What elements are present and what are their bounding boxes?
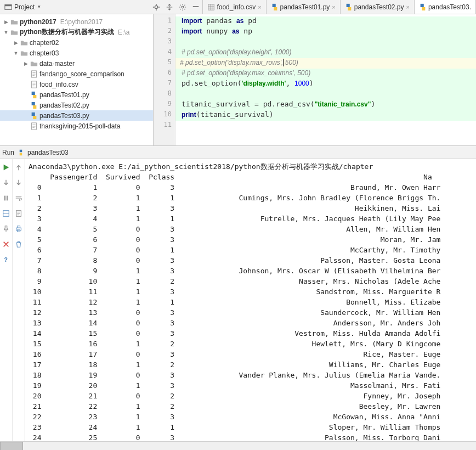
down-button-2[interactable] <box>14 178 24 188</box>
code-line[interactable]: # pd.set_option('display.max_columns', 5… <box>175 69 476 79</box>
python-icon <box>18 149 24 156</box>
locate-icon[interactable] <box>150 1 163 14</box>
chevron-down-icon: ▼ <box>37 4 41 9</box>
expand-icon[interactable] <box>23 92 29 98</box>
code-line[interactable] <box>175 121 476 131</box>
tree-node[interactable]: pandasTest01.py <box>0 89 153 100</box>
hide-panel-icon[interactable] <box>189 1 202 14</box>
layout-button[interactable] <box>1 209 11 218</box>
node-label: data-master <box>39 60 75 68</box>
py-icon <box>271 3 278 10</box>
output-area: ? Anaconda3\python.exe E:/ai_python_scie… <box>0 159 476 450</box>
code-line[interactable] <box>175 89 476 100</box>
csv-icon <box>207 3 214 10</box>
expand-icon[interactable]: ▶ <box>23 61 29 66</box>
node-label: pandasTest02.py <box>39 102 89 109</box>
code-line[interactable]: import pandas as pd <box>175 16 476 27</box>
tree-node[interactable]: thanksgiving-2015-poll-data <box>0 121 153 131</box>
py-icon <box>419 3 426 10</box>
node-label: python2017 <box>20 18 56 26</box>
up-button[interactable] <box>14 162 24 172</box>
code-line[interactable]: titanic_survival = pd.read_csv("titanic_… <box>175 100 476 110</box>
project-icon <box>4 3 12 11</box>
tree-node[interactable]: ▶data-master <box>0 58 153 69</box>
line-number: 1 <box>154 16 175 27</box>
code-editor[interactable]: import pandas as pdimport numpy as np# p… <box>175 14 476 145</box>
editor-tab[interactable]: pandasTest02.py× <box>341 0 415 14</box>
expand-icon[interactable] <box>23 71 29 77</box>
node-label: thanksgiving-2015-poll-data <box>39 122 120 130</box>
tab-label: pandasTest02.py <box>354 3 404 11</box>
toolbar: Project ▼ food_info.csv×pandasTest01.py×… <box>0 0 476 14</box>
node-label: fandango_score_comparison <box>39 70 124 78</box>
node-label: python数据分析与机器学习实战 <box>20 27 114 37</box>
node-label: chapter03 <box>30 49 59 57</box>
horizontal-scrollbar[interactable] <box>0 441 476 450</box>
code-line[interactable]: # pd.set_option('display.max_rows', 500) <box>175 58 476 69</box>
code-line[interactable]: print(titanic_survival) <box>175 110 476 121</box>
editor-tab[interactable]: food_info.csv× <box>203 0 266 14</box>
close-x-button[interactable] <box>1 239 11 249</box>
project-dropdown[interactable]: Project ▼ <box>0 2 46 12</box>
console-output[interactable]: Anaconda3\python.exe E:/ai_python_scient… <box>25 159 476 450</box>
expand-icon[interactable]: ▼ <box>3 30 9 35</box>
code-line[interactable]: pd.set_option('display.width', 1000) <box>175 79 476 89</box>
editor-tab[interactable]: pandasTest01.py× <box>267 0 341 14</box>
tree-node[interactable]: ▼chapter03 <box>0 48 153 58</box>
tab-label: pandasTest01.py <box>280 3 330 11</box>
expand-icon[interactable] <box>23 103 29 108</box>
node-label: pandasTest03.py <box>39 112 89 120</box>
output-controls-col1: ? <box>0 159 13 450</box>
svg-rect-5 <box>208 4 214 10</box>
settings-gear-icon[interactable] <box>176 1 189 14</box>
svg-text:?: ? <box>4 256 8 263</box>
svg-rect-4 <box>193 6 199 7</box>
expand-icon[interactable]: ▶ <box>3 19 9 25</box>
tree-node[interactable]: pandasTest03.py <box>0 110 153 121</box>
down-button[interactable] <box>1 178 11 188</box>
close-icon[interactable]: × <box>406 4 410 10</box>
tree-node[interactable]: pandasTest02.py <box>0 100 153 110</box>
tab-label: food_info.csv <box>217 3 256 11</box>
node-label: food_info.csv <box>39 81 78 88</box>
svg-point-3 <box>182 6 184 8</box>
output-controls-col2 <box>13 159 25 450</box>
tab-label: pandasTest03. <box>428 3 471 11</box>
collapse-icon[interactable] <box>163 1 176 14</box>
expand-icon[interactable] <box>23 123 29 129</box>
run-play-button[interactable] <box>1 162 11 172</box>
pause-button[interactable] <box>1 193 11 203</box>
run-config: pandasTest03 <box>27 149 69 156</box>
line-gutter: 1234567891011 <box>154 14 175 145</box>
node-label: pandasTest01.py <box>39 91 89 99</box>
code-line[interactable]: # pd.set_option('display.height', 1000) <box>175 48 476 58</box>
svg-rect-10 <box>7 196 8 201</box>
node-path: E:\a <box>118 29 129 36</box>
tree-node[interactable]: fandango_score_comparison <box>0 69 153 79</box>
line-number: 4 <box>154 48 175 58</box>
project-tree[interactable]: ▶python2017E:\python2017▼python数据分析与机器学习… <box>0 14 154 145</box>
expand-icon[interactable] <box>23 113 29 119</box>
line-number: 3 <box>154 37 175 48</box>
print-button[interactable] <box>14 224 24 234</box>
close-icon[interactable]: × <box>332 4 335 10</box>
trash-button[interactable] <box>14 239 24 249</box>
expand-icon[interactable]: ▼ <box>13 50 19 56</box>
softwrap-button[interactable] <box>14 193 24 203</box>
node-path: E:\python2017 <box>60 18 103 26</box>
help-button[interactable]: ? <box>1 255 11 265</box>
tree-node[interactable]: ▶chapter02 <box>0 37 153 48</box>
svg-point-2 <box>155 5 158 8</box>
code-line[interactable] <box>175 37 476 48</box>
expand-icon[interactable] <box>23 82 29 87</box>
tree-node[interactable]: ▶python2017E:\python2017 <box>0 16 153 27</box>
line-number: 5 <box>154 58 175 69</box>
tree-node[interactable]: food_info.csv <box>0 79 153 89</box>
close-icon[interactable]: × <box>258 4 261 10</box>
pin-button[interactable] <box>1 224 11 234</box>
expand-icon[interactable]: ▶ <box>13 40 19 46</box>
editor-tab[interactable]: pandasTest03. <box>415 0 476 14</box>
tree-node[interactable]: ▼python数据分析与机器学习实战E:\a <box>0 27 153 37</box>
code-line[interactable]: import numpy as np <box>175 27 476 37</box>
scroll-end-button[interactable] <box>14 209 24 218</box>
